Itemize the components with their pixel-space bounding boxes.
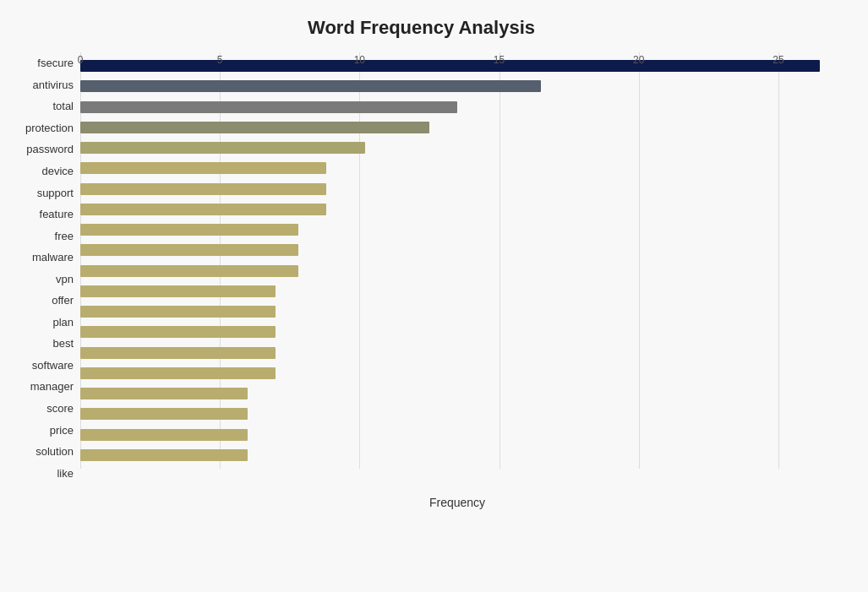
bar-row — [80, 445, 834, 465]
bar — [80, 80, 541, 92]
bar-row — [80, 138, 834, 158]
y-label: score — [46, 403, 74, 414]
bar — [80, 429, 248, 441]
bar-row — [80, 220, 834, 240]
bar-row — [80, 322, 834, 342]
bar — [80, 244, 298, 256]
bar — [80, 367, 276, 379]
bars-wrapper: 0510152025 — [80, 52, 834, 494]
x-tick-label: 15 — [494, 54, 505, 66]
y-label: support — [37, 187, 74, 198]
y-label: like — [57, 468, 74, 479]
y-label: antivirus — [33, 79, 74, 90]
bar-row — [80, 404, 834, 424]
chart-title: Word Frequency Analysis — [8, 17, 834, 39]
bar — [80, 101, 457, 113]
bar — [80, 449, 248, 461]
y-label: solution — [35, 446, 74, 457]
bar-row — [80, 199, 834, 220]
bar-row — [80, 281, 834, 301]
plot-area: 0510152025 Frequency — [80, 52, 834, 509]
bar-row — [80, 261, 834, 281]
bar-row — [80, 343, 834, 363]
bar-row — [80, 158, 834, 178]
bar — [80, 285, 276, 297]
bar-row — [80, 179, 834, 199]
chart-area: fsecureantivirustotalprotectionpasswordd… — [8, 52, 834, 509]
x-tick-label: 25 — [772, 54, 783, 66]
bar — [80, 306, 276, 318]
bars-container — [80, 52, 834, 469]
y-label: password — [26, 144, 74, 155]
bar-row — [80, 240, 834, 260]
x-tick-label: 20 — [633, 54, 644, 66]
y-label: protection — [25, 122, 74, 133]
y-label: offer — [52, 295, 74, 306]
y-label: feature — [40, 209, 74, 220]
y-label: vpn — [56, 274, 74, 285]
y-axis: fsecureantivirustotalprotectionpasswordd… — [8, 52, 80, 509]
y-label: total — [52, 100, 74, 111]
bar-row — [80, 425, 834, 445]
bar — [80, 183, 326, 195]
bar — [80, 204, 326, 215]
x-axis-labels: 0510152025 — [80, 54, 834, 79]
x-tick-label: 0 — [78, 54, 84, 66]
x-tick-label: 5 — [217, 54, 223, 66]
bar — [80, 162, 326, 174]
chart-container: Word Frequency Analysis fsecureantivirus… — [0, 0, 868, 592]
bar-row — [80, 117, 834, 138]
bar — [80, 122, 429, 133]
y-label: malware — [32, 252, 74, 263]
bar — [80, 265, 298, 277]
y-label: software — [32, 360, 74, 371]
bar — [80, 388, 248, 399]
x-axis-title: Frequency — [80, 496, 834, 509]
y-label: fsecure — [37, 57, 74, 68]
bar — [80, 408, 248, 420]
bar — [80, 347, 276, 359]
bar-row — [80, 301, 834, 322]
x-tick-label: 10 — [354, 54, 365, 66]
bar-row — [80, 383, 834, 404]
bar-row — [80, 363, 834, 383]
y-label: price — [50, 425, 74, 436]
bar — [80, 224, 298, 236]
bar — [80, 326, 276, 338]
y-label: plan — [52, 317, 74, 328]
bar-row — [80, 97, 834, 117]
y-label: device — [41, 166, 74, 177]
y-label: free — [55, 231, 74, 242]
bar — [80, 142, 365, 154]
y-label: manager — [30, 381, 74, 392]
y-label: best — [52, 338, 74, 349]
